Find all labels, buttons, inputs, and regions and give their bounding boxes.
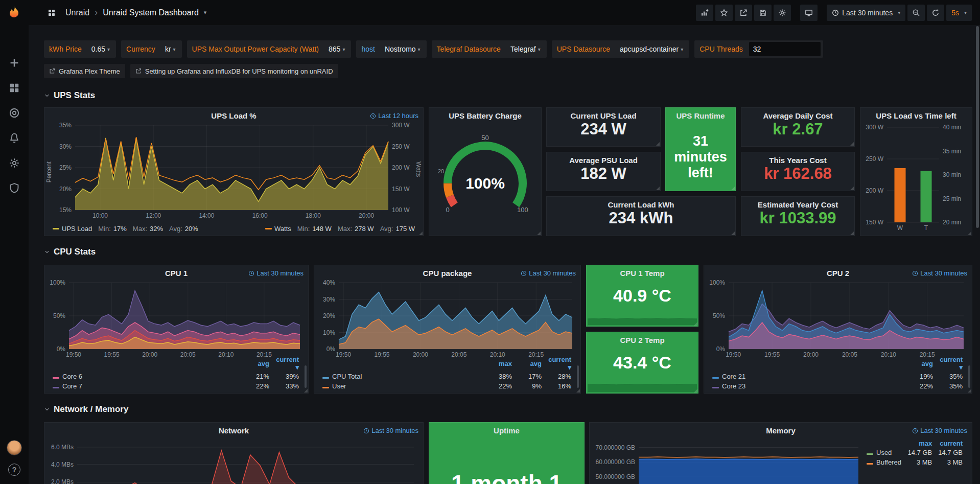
axis-tick: 0% (318, 345, 335, 353)
panel-title[interactable]: UPS Battery Charge (429, 108, 541, 120)
legend-col-max[interactable]: max (485, 355, 515, 372)
legend-col-current[interactable]: current ▾ (272, 355, 302, 372)
variable-value-kwh-price[interactable]: 0.65▾ (86, 40, 115, 58)
legend-series-name[interactable]: Buffered (876, 458, 901, 466)
panel-title[interactable]: Average PSU Load (547, 152, 660, 165)
panel-cpu-package: CPU package Last 30 minutes 40%30%20%10%… (314, 265, 581, 394)
panel-title[interactable]: Estimated Yearly Cost (741, 197, 854, 209)
panel-title[interactable]: Average Daily Cost (741, 108, 854, 120)
graph-legend: UPS LoadMin:17%Max:32%Avg:20%WattsMin:14… (53, 225, 415, 233)
panel-title[interactable]: Current UPS Load (547, 108, 660, 120)
chevron-down-icon[interactable]: ▾ (204, 9, 207, 16)
ups-load-time-bar-chart[interactable]: WT300 W250 W200 W150 W40 min35 min30 min… (864, 124, 969, 232)
configuration-gear-icon[interactable] (7, 155, 22, 171)
legend-scrollbar[interactable] (968, 365, 970, 388)
alerting-bell-icon[interactable] (7, 130, 22, 146)
variable-value-ups-datasource[interactable]: apcupsd-container▾ (615, 40, 688, 58)
legend-scrollbar[interactable] (305, 365, 307, 388)
dashboard-link-grafana-plex-theme[interactable]: Grafana Plex Theme (44, 64, 125, 78)
user-avatar[interactable] (7, 440, 22, 455)
legend-col-current[interactable]: current ▾ (545, 355, 574, 372)
legend-series-name[interactable]: Watts (274, 225, 291, 233)
legend-col-avg[interactable]: avg (906, 355, 936, 372)
panel-title[interactable]: Current Load kWh (547, 197, 735, 209)
legend-col-current[interactable]: current ▾ (936, 355, 966, 372)
refresh-icon[interactable] (927, 5, 944, 21)
axis-tick: 35 min (943, 148, 961, 155)
explore-icon[interactable] (7, 105, 22, 121)
dashboard-link-ups-monitoring-guide[interactable]: Setting up Grafana and InfluxDB for UPS … (130, 64, 338, 78)
apps-grid-icon[interactable] (43, 5, 60, 21)
grafana-logo[interactable] (6, 4, 23, 21)
memory-graph[interactable]: 70.000000 GB60.000000 GB50.000000 GB (594, 438, 861, 484)
legend-series-name[interactable]: Core 21 (722, 373, 745, 380)
zoom-out-icon[interactable] (907, 5, 925, 21)
legend-series-name[interactable]: UPS Load (62, 225, 92, 233)
settings-gear-icon[interactable] (774, 5, 791, 21)
network-graph[interactable]: 6.0 MBs4.0 MBs2.0 MBs (49, 438, 419, 484)
share-icon[interactable] (735, 5, 752, 21)
variable-label: UPS Max Output Power Capacity (Watt) (192, 45, 323, 53)
row-header-network-memory[interactable]: Network / Memory (44, 404, 128, 414)
legend-series-name[interactable]: Core 7 (62, 382, 82, 390)
panel-title[interactable]: UPS Runtime (666, 108, 735, 120)
panel-title[interactable]: Uptime (429, 423, 584, 435)
variable-value-currency[interactable]: kr▾ (160, 40, 181, 58)
legend-series-name[interactable]: User (332, 382, 346, 390)
axis-tick: 0% (708, 345, 725, 353)
axis-tick: 6.0 MBs (49, 444, 74, 451)
dashboard-title[interactable]: Unraid System Dashboard (103, 8, 199, 17)
axis-tick: 50% (708, 312, 725, 319)
panel-average-psu-load: Average PSU Load 182 W (546, 152, 661, 191)
panel-title[interactable]: CPU 1 Temp (587, 265, 698, 278)
legend-series-name[interactable]: Core 6 (62, 373, 82, 380)
axis-tick: 14:00 (199, 212, 214, 219)
clock-icon (248, 270, 254, 276)
axis-tick: 10:00 (92, 212, 108, 219)
series-color-dash (867, 453, 873, 455)
save-icon[interactable] (754, 5, 772, 21)
legend-col-current[interactable]: current (935, 439, 966, 448)
cycle-view-monitor-icon[interactable] (800, 5, 818, 21)
variable-value-host[interactable]: Nostromo▾ (380, 40, 426, 58)
add-panel-button[interactable] (696, 5, 713, 21)
chevron-down-icon (44, 406, 50, 412)
panel-title[interactable]: This Years Cost (741, 152, 854, 165)
page-scrollbar[interactable] (975, 25, 980, 484)
row-header-cpu-stats[interactable]: CPU Stats (44, 247, 96, 257)
ups-load-graph[interactable]: 35%30%25%20%15%300 W250 W200 W150 W100 W… (52, 123, 416, 219)
cpu-package-graph[interactable]: 40%30%20%10%0%19:5019:5520:0020:0520:102… (318, 281, 576, 358)
time-range-picker[interactable]: Last 30 minutes ▾ (827, 5, 905, 21)
legend-col-max[interactable]: max (905, 439, 936, 448)
scrollbar-thumb[interactable] (976, 26, 979, 228)
help-icon[interactable]: ? (8, 464, 20, 476)
axis-tick: 20:00 (359, 212, 374, 219)
y-axis-title-left: Percent (45, 162, 53, 182)
legend-scrollbar[interactable] (577, 365, 579, 388)
axis-tick: 60.000000 GB (594, 458, 635, 466)
legend-col-avg[interactable]: avg (243, 355, 272, 372)
dashboards-icon[interactable] (7, 80, 22, 96)
security-shield-icon[interactable] (7, 180, 22, 196)
variables-row: kWh Price0.65▾Currencykr▾UPS Max Output … (44, 40, 968, 58)
refresh-interval-dropdown[interactable]: 5s ▾ (946, 5, 972, 21)
temp-sparkline (588, 379, 697, 392)
row-header-ups-stats[interactable]: UPS Stats (44, 90, 95, 101)
variable-input-cpu-threads[interactable] (749, 42, 821, 56)
panel-title[interactable]: UPS Load vs Time left (860, 108, 972, 120)
cpu-1-graph[interactable]: 100%50%0%19:5019:5520:0020:0520:1020:15 (49, 281, 304, 358)
legend-col-avg[interactable]: avg (515, 355, 545, 372)
panel-title[interactable]: CPU 2 Temp (587, 332, 698, 344)
panel-title[interactable]: UPS Load % (44, 108, 423, 120)
legend-series-name[interactable]: CPU Total (332, 373, 362, 380)
variable-value-ups-max-output-power-capacity-watt[interactable]: 865▾ (323, 40, 350, 58)
breadcrumb-app[interactable]: Unraid (65, 8, 89, 17)
create-plus-icon[interactable] (7, 55, 22, 71)
variable-value-telegraf-datasource[interactable]: Telegraf▾ (505, 40, 546, 58)
legend-series-name[interactable]: Used (876, 449, 892, 456)
star-icon[interactable] (715, 5, 733, 21)
legend-series-name[interactable]: Core 23 (722, 382, 745, 390)
axis-tick: 15% (52, 206, 72, 214)
axis-tick: 300 W (864, 124, 883, 131)
cpu-2-graph[interactable]: 100%50%0%19:5019:5520:0020:0520:1020:15 (708, 281, 968, 358)
